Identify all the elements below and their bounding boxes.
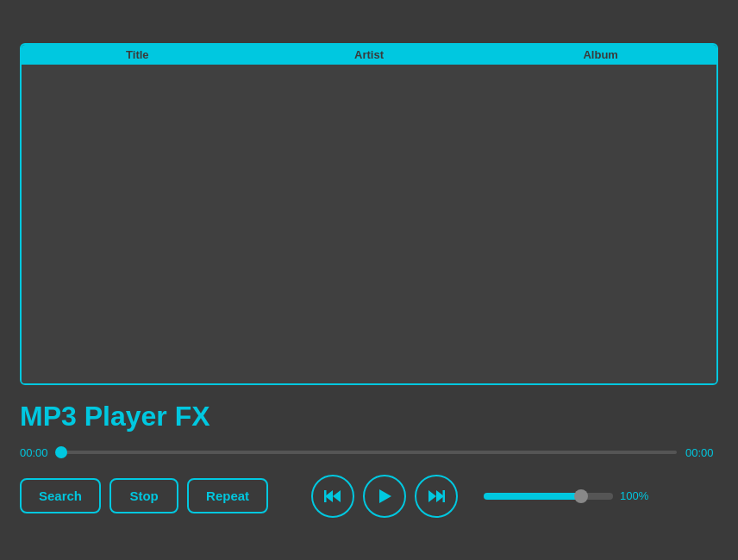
progress-section: 00:00 00:00 (20, 446, 718, 459)
play-button[interactable] (363, 475, 406, 518)
volume-thumb (574, 489, 588, 503)
svg-marker-3 (379, 489, 391, 503)
playlist: Title Artist Album (20, 43, 718, 385)
col-title: Title (22, 48, 253, 61)
playlist-header: Title Artist Album (22, 45, 716, 65)
svg-rect-2 (324, 490, 327, 502)
repeat-button[interactable]: Repeat (187, 478, 268, 513)
play-icon (375, 487, 394, 506)
volume-track[interactable] (484, 493, 613, 500)
volume-label: 100% (620, 489, 654, 502)
stop-button[interactable]: Stop (109, 478, 178, 513)
svg-marker-4 (428, 490, 436, 502)
svg-marker-1 (333, 490, 341, 502)
volume-section: 100% (484, 489, 654, 502)
player-container: Title Artist Album MP3 Player FX 00:00 0… (11, 34, 727, 526)
progress-thumb (55, 446, 67, 458)
progress-track[interactable] (61, 451, 677, 454)
prev-icon (323, 487, 342, 506)
col-album: Album (485, 48, 716, 61)
playlist-body (22, 65, 716, 383)
controls-row: Search Stop Repeat (20, 475, 718, 518)
next-icon (427, 487, 446, 506)
prev-button[interactable] (311, 475, 354, 518)
search-button[interactable]: Search (20, 478, 101, 513)
app-title: MP3 Player FX (20, 401, 718, 432)
time-current: 00:00 (20, 446, 53, 459)
svg-rect-6 (443, 490, 446, 502)
next-button[interactable] (415, 475, 458, 518)
time-total: 00:00 (685, 446, 718, 459)
col-artist: Artist (253, 48, 485, 61)
